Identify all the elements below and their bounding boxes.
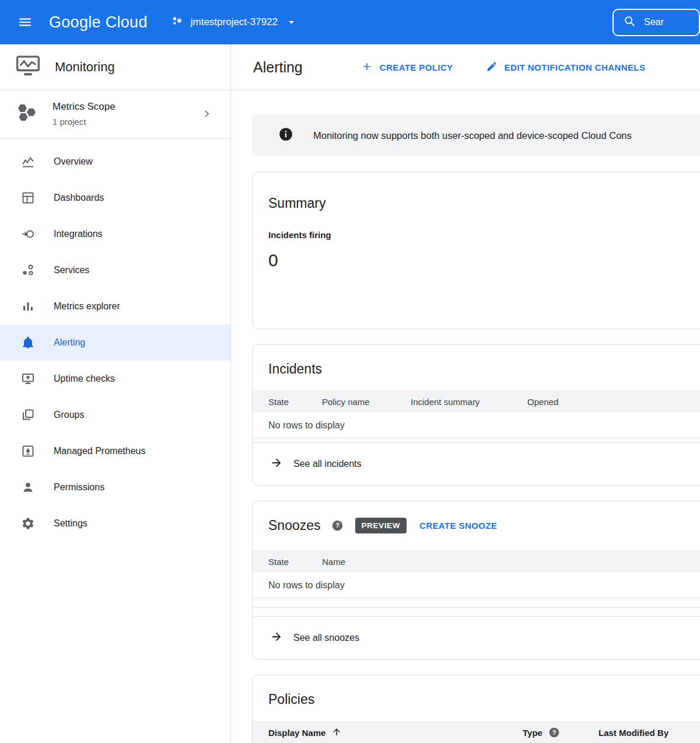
sort-ascending-icon[interactable] — [331, 727, 342, 739]
search-text: Sear — [644, 17, 664, 27]
metrics-explorer-icon — [20, 299, 36, 313]
sidebar-item-label: Services — [54, 265, 89, 275]
sidebar-item-label: Dashboards — [54, 193, 104, 203]
page-title: Alerting — [253, 59, 303, 76]
arrow-right-icon — [270, 630, 283, 646]
sidebar: Monitoring Metrics Scope 1 project — [0, 44, 231, 743]
main-panel: Alerting CREATE POLICY EDIT NOTIFICATION… — [231, 44, 700, 743]
settings-gear-icon — [20, 517, 36, 531]
project-selector[interactable]: jmtestproject-37922 — [171, 15, 296, 30]
metrics-scope-icon — [16, 102, 37, 125]
sidebar-item-settings[interactable]: Settings — [0, 505, 230, 542]
column-header-name: Name — [322, 557, 411, 567]
monitoring-product-icon — [16, 55, 40, 79]
info-icon — [278, 127, 293, 144]
sidebar-item-integrations[interactable]: Integrations — [0, 216, 230, 252]
menu-icon[interactable] — [0, 15, 49, 30]
sidebar-item-services[interactable]: Services — [0, 252, 230, 288]
sidebar-nav: Overview Dashboards Integrations — [0, 139, 230, 542]
edit-notification-channels-button[interactable]: EDIT NOTIFICATION CHANNELS — [486, 61, 646, 74]
metrics-scope-selector[interactable]: Metrics Scope 1 project — [0, 90, 230, 139]
help-icon[interactable]: ? — [548, 727, 560, 738]
sidebar-item-label: Settings — [54, 518, 88, 529]
create-policy-label: CREATE POLICY — [380, 62, 453, 72]
managed-prometheus-icon — [20, 444, 36, 458]
preview-badge: PREVIEW — [355, 518, 407, 533]
sidebar-item-alerting[interactable]: Alerting — [0, 325, 230, 361]
permissions-icon — [20, 480, 36, 494]
policies-table-header: Display Name Type ? — [253, 721, 700, 743]
svg-text:?: ? — [335, 522, 340, 529]
column-header-state: State — [268, 397, 322, 407]
sidebar-item-label: Groups — [54, 410, 84, 420]
alerting-bell-icon — [20, 336, 36, 350]
uptime-checks-icon — [20, 372, 36, 386]
sidebar-item-label: Integrations — [54, 229, 103, 239]
sidebar-item-label: Metrics explorer — [54, 301, 120, 312]
sidebar-item-dashboards[interactable]: Dashboards — [0, 180, 230, 216]
snoozes-empty-row: No rows to display — [253, 573, 700, 598]
see-all-incidents-link[interactable]: See all incidents — [253, 442, 700, 485]
column-header-policy-name: Policy name — [322, 397, 411, 407]
arrow-right-icon — [270, 456, 283, 472]
sidebar-item-label: Managed Prometheus — [54, 446, 145, 456]
column-header-display-name[interactable]: Display Name — [268, 728, 326, 738]
snoozes-card: Snoozes ? PREVIEW CREATE SNOOZE State Na… — [252, 501, 700, 660]
snoozes-table-header: State Name — [253, 550, 700, 573]
sidebar-item-overview[interactable]: Overview — [0, 144, 230, 180]
services-icon — [20, 263, 36, 277]
column-header-opened: Opened — [527, 397, 700, 407]
incidents-firing-label: Incidents firing — [268, 230, 700, 240]
see-all-incidents-label: See all incidents — [293, 459, 362, 469]
pencil-icon — [486, 61, 498, 74]
policies-title: Policies — [253, 692, 700, 707]
groups-icon — [20, 408, 36, 422]
sidebar-item-label: Alerting — [54, 337, 85, 348]
sidebar-item-groups[interactable]: Groups — [0, 397, 230, 433]
sidebar-item-label: Uptime checks — [54, 374, 115, 384]
create-policy-button[interactable]: CREATE POLICY — [361, 61, 453, 74]
project-icon — [171, 15, 184, 30]
chevron-right-icon[interactable] — [201, 108, 213, 120]
column-header-state: State — [268, 557, 322, 567]
help-icon[interactable]: ? — [331, 519, 344, 532]
sidebar-item-permissions[interactable]: Permissions — [0, 469, 230, 505]
sidebar-item-label: Permissions — [54, 482, 104, 493]
project-name: jmtestproject-37922 — [191, 16, 278, 28]
incidents-card: Incidents State Policy name Incident sum… — [252, 344, 700, 486]
create-snooze-button[interactable]: CREATE SNOOZE — [419, 521, 497, 531]
sidebar-item-label: Overview — [54, 156, 93, 167]
product-header: Monitoring — [0, 44, 230, 90]
incidents-firing-value: 0 — [268, 250, 700, 270]
summary-title: Summary — [268, 196, 700, 211]
sidebar-item-metrics-explorer[interactable]: Metrics explorer — [0, 288, 230, 325]
integrations-icon — [20, 227, 36, 241]
info-banner: Monitoring now supports both user-scoped… — [252, 114, 700, 156]
sidebar-item-managed-prometheus[interactable]: Managed Prometheus — [0, 433, 230, 469]
plus-icon — [361, 61, 373, 74]
product-title: Monitoring — [55, 60, 115, 75]
overview-icon — [20, 155, 36, 169]
chevron-down-icon — [287, 18, 296, 27]
summary-card: Summary Incidents firing 0 — [252, 172, 700, 329]
see-all-snoozes-link[interactable]: See all snoozes — [253, 616, 700, 659]
page-header: Alerting CREATE POLICY EDIT NOTIFICATION… — [231, 44, 700, 90]
svg-text:?: ? — [552, 729, 556, 736]
sidebar-item-uptime-checks[interactable]: Uptime checks — [0, 361, 230, 397]
metrics-scope-title: Metrics Scope — [52, 101, 116, 113]
column-header-type: Type — [523, 728, 542, 738]
dashboards-icon — [20, 191, 36, 205]
policies-card: Policies Display Name Type ? — [252, 675, 700, 743]
incidents-title: Incidents — [253, 361, 700, 377]
snoozes-title: Snoozes — [268, 518, 321, 533]
banner-text: Monitoring now supports both user-scoped… — [313, 130, 632, 141]
search-icon — [623, 15, 636, 30]
incidents-table-header: State Policy name Incident summary Opene… — [253, 390, 700, 413]
search-input[interactable]: Sear — [612, 9, 700, 36]
edit-channels-label: EDIT NOTIFICATION CHANNELS — [505, 62, 646, 72]
google-cloud-logo[interactable]: Google Cloud — [49, 13, 148, 32]
column-header-last-modified-by: Last Modified By — [598, 728, 700, 738]
incidents-empty-row: No rows to display — [253, 413, 700, 438]
metrics-scope-subtitle: 1 project — [52, 117, 116, 127]
see-all-snoozes-label: See all snoozes — [293, 633, 359, 643]
